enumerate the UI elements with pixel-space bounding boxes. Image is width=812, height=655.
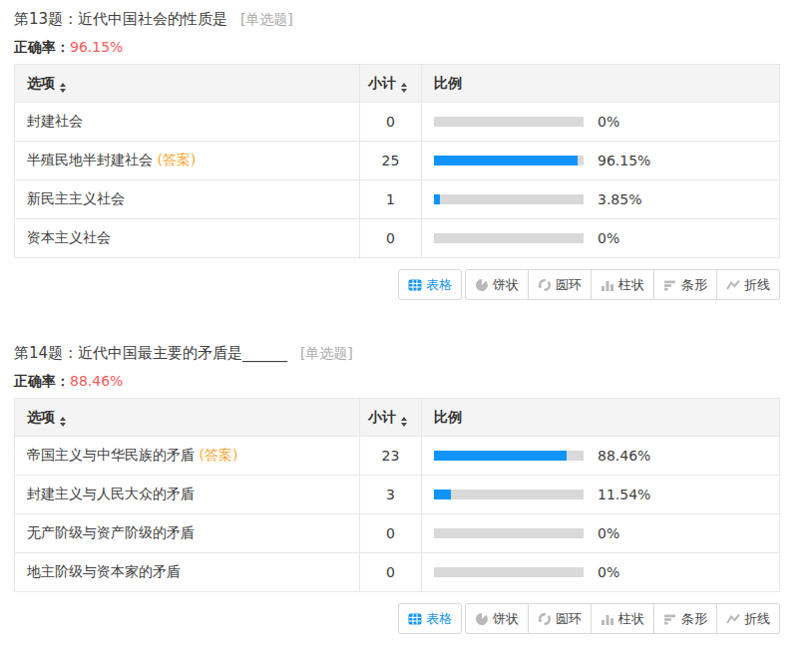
results-table: 选项 小计 比例 帝国主义与中华民族的矛盾 (答案) 23 88.46% bbox=[14, 398, 780, 592]
option-cell: 资本主义社会 bbox=[15, 219, 360, 258]
chart-type-label: 圆环 bbox=[556, 278, 582, 291]
sort-icon[interactable] bbox=[60, 417, 66, 427]
ratio-bar-fill bbox=[434, 490, 451, 499]
ratio-percent: 11.54% bbox=[598, 487, 650, 502]
table-row: 帝国主义与中华民族的矛盾 (答案) 23 88.46% bbox=[15, 437, 780, 476]
ratio-cell: 0% bbox=[422, 514, 780, 553]
header-ratio-label: 比例 bbox=[434, 409, 462, 425]
header-option-label: 选项 bbox=[27, 409, 55, 425]
chart-type-pie-button[interactable]: 饼状 bbox=[465, 269, 529, 300]
chart-type-label: 饼状 bbox=[493, 278, 519, 291]
table-row: 资本主义社会 0 0% bbox=[15, 219, 780, 258]
chart-type-label: 柱状 bbox=[618, 612, 644, 625]
results-table: 选项 小计 比例 封建社会 0 0% bbox=[14, 64, 780, 258]
count-cell: 0 bbox=[360, 553, 422, 592]
ratio-bar-track bbox=[434, 194, 584, 204]
chart-type-group: 饼状 圆环 柱状 条形 折线 bbox=[465, 603, 780, 634]
option-cell: 新民主主义社会 bbox=[15, 180, 360, 219]
option-text: 资本主义社会 bbox=[27, 229, 111, 245]
question-title-text: 第14题：近代中国最主要的矛盾是______ bbox=[14, 344, 287, 362]
chart-type-table-button[interactable]: 表格 bbox=[398, 269, 462, 300]
option-text: 新民主主义社会 bbox=[27, 190, 125, 206]
chart-type-label: 条形 bbox=[681, 612, 707, 625]
ratio-percent: 0% bbox=[598, 564, 619, 580]
ratio-cell: 0% bbox=[422, 553, 780, 592]
ratio-percent: 3.85% bbox=[598, 191, 641, 207]
option-text: 帝国主义与中华民族的矛盾 bbox=[27, 447, 195, 463]
option-cell: 封建主义与人民大众的矛盾 bbox=[15, 476, 360, 514]
option-cell: 地主阶级与资本家的矛盾 bbox=[15, 553, 360, 592]
header-count-label: 小计 bbox=[368, 75, 396, 91]
chart-type-column-button[interactable]: 柱状 bbox=[592, 603, 654, 634]
sort-icon[interactable] bbox=[60, 83, 66, 93]
chart-type-line-button[interactable]: 折线 bbox=[717, 603, 780, 634]
option-text: 半殖民地半封建社会 bbox=[27, 152, 153, 167]
accuracy-value: 88.46% bbox=[70, 373, 123, 389]
question-type-tag: [单选题] bbox=[300, 345, 353, 361]
answer-tag: (答案) bbox=[199, 447, 237, 463]
chart-type-column-button[interactable]: 柱状 bbox=[592, 269, 654, 300]
header-option[interactable]: 选项 bbox=[15, 399, 360, 437]
ratio-cell: 3.85% bbox=[422, 180, 780, 219]
chart-type-label: 圆环 bbox=[556, 612, 582, 625]
chart-type-label: 表格 bbox=[426, 612, 452, 625]
sort-icon[interactable] bbox=[401, 417, 407, 427]
chart-type-switcher: 表格 饼状 圆环 柱状 条形 折线 bbox=[14, 269, 780, 300]
table-row: 半殖民地半封建社会 (答案) 25 96.15% bbox=[15, 142, 780, 180]
pie-icon bbox=[475, 278, 489, 292]
header-option[interactable]: 选项 bbox=[15, 65, 360, 103]
header-count[interactable]: 小计 bbox=[360, 399, 422, 437]
accuracy-line: 正确率：96.15% bbox=[14, 38, 796, 56]
ratio-bar-fill bbox=[434, 451, 567, 461]
chart-type-donut-button[interactable]: 圆环 bbox=[529, 269, 592, 300]
ratio-percent: 88.46% bbox=[598, 448, 650, 464]
ratio-bar-track bbox=[434, 490, 584, 499]
ratio-cell: 96.15% bbox=[422, 142, 780, 180]
question-title: 第14题：近代中国最主要的矛盾是______ [单选题] bbox=[14, 343, 796, 363]
accuracy-label: 正确率： bbox=[14, 373, 70, 389]
chart-type-line-button[interactable]: 折线 bbox=[717, 269, 780, 300]
sort-icon[interactable] bbox=[401, 83, 407, 93]
column-chart-icon bbox=[601, 278, 614, 292]
ratio-bar-fill bbox=[434, 156, 578, 165]
question-type-tag: [单选题] bbox=[240, 11, 293, 27]
bar-chart-icon bbox=[663, 612, 677, 626]
header-ratio: 比例 bbox=[422, 399, 780, 437]
option-text: 封建社会 bbox=[27, 113, 83, 129]
ratio-percent: 0% bbox=[598, 525, 619, 541]
table-row: 新民主主义社会 1 3.85% bbox=[15, 180, 780, 219]
count-cell: 0 bbox=[360, 103, 422, 142]
header-count[interactable]: 小计 bbox=[360, 65, 422, 103]
ratio-percent: 96.15% bbox=[598, 153, 650, 168]
ratio-bar-track bbox=[434, 567, 584, 577]
ratio-percent: 0% bbox=[598, 230, 619, 246]
table-row: 封建社会 0 0% bbox=[15, 103, 780, 142]
chart-type-bar-button[interactable]: 条形 bbox=[654, 269, 717, 300]
count-cell: 25 bbox=[360, 142, 422, 180]
ratio-bar-track bbox=[434, 117, 584, 127]
ratio-cell: 0% bbox=[422, 103, 780, 142]
chart-type-label: 柱状 bbox=[618, 278, 644, 291]
chart-type-group: 饼状 圆环 柱状 条形 折线 bbox=[465, 269, 780, 300]
count-cell: 3 bbox=[360, 476, 422, 514]
question-13-block: 第13题：近代中国社会的性质是 [单选题] 正确率：96.15% 选项 小计 比… bbox=[14, 9, 796, 300]
chart-type-bar-button[interactable]: 条形 bbox=[654, 603, 717, 634]
table-row: 封建主义与人民大众的矛盾 3 11.54% bbox=[15, 476, 780, 514]
count-cell: 0 bbox=[360, 219, 422, 258]
pie-icon bbox=[475, 612, 489, 626]
chart-type-table-button[interactable]: 表格 bbox=[398, 603, 462, 634]
chart-type-label: 折线 bbox=[744, 278, 770, 291]
chart-type-donut-button[interactable]: 圆环 bbox=[529, 603, 592, 634]
count-cell: 0 bbox=[360, 514, 422, 553]
header-option-label: 选项 bbox=[27, 75, 55, 91]
ratio-cell: 11.54% bbox=[422, 476, 780, 514]
option-cell: 半殖民地半封建社会 (答案) bbox=[15, 142, 360, 180]
line-chart-icon bbox=[726, 612, 740, 626]
table-header-row: 选项 小计 比例 bbox=[15, 65, 780, 103]
option-text: 无产阶级与资产阶级的矛盾 bbox=[27, 524, 195, 540]
option-cell: 无产阶级与资产阶级的矛盾 bbox=[15, 514, 360, 553]
ratio-cell: 0% bbox=[422, 219, 780, 258]
chart-type-label: 表格 bbox=[426, 278, 452, 291]
chart-type-pie-button[interactable]: 饼状 bbox=[465, 603, 529, 634]
chart-type-switcher: 表格 饼状 圆环 柱状 条形 折线 bbox=[14, 603, 780, 634]
